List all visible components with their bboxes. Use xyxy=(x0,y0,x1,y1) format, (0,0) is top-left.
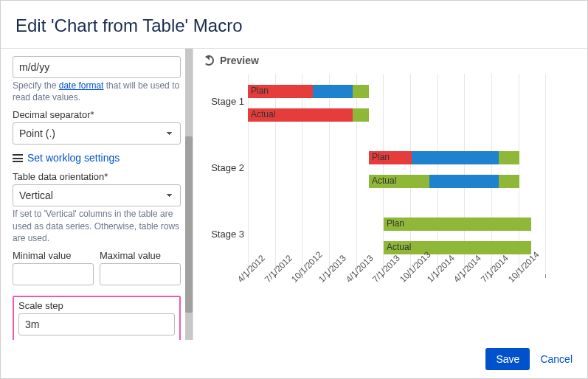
stage-label: Stage 2 xyxy=(204,162,244,173)
settings-panel: Specify the date format that will be use… xyxy=(1,49,193,342)
preview-panel: Preview Stage 1Stage 2Stage 3PlanActualP… xyxy=(193,49,587,342)
gantt-bar: Plan xyxy=(369,151,519,164)
decimal-separator-label: Decimal separator* xyxy=(13,109,181,120)
cancel-button[interactable]: Cancel xyxy=(540,353,573,365)
settings-scrollbar[interactable] xyxy=(185,49,193,342)
date-format-help: Specify the date format that will be use… xyxy=(13,80,181,103)
orientation-help: If set to 'Vertical' columns in the tabl… xyxy=(13,208,181,244)
gantt-segment xyxy=(353,108,369,122)
hamburger-icon xyxy=(13,154,23,162)
save-button[interactable]: Save xyxy=(485,348,530,370)
preview-label: Preview xyxy=(220,55,259,66)
gantt-segment xyxy=(499,151,519,164)
gantt-bar-label: Plan xyxy=(251,86,269,96)
minimal-value-field: Minimal value xyxy=(13,250,94,285)
gantt-bar-label: Actual xyxy=(251,109,275,119)
gantt-segment xyxy=(313,85,353,98)
gantt-bar-label: Plan xyxy=(372,152,390,162)
gantt-bar-label: Plan xyxy=(387,218,404,229)
gantt-segment xyxy=(353,85,369,98)
gantt-bar: Actual xyxy=(369,175,519,188)
orientation-select[interactable]: Vertical xyxy=(13,184,181,206)
dialog-title: Edit 'Chart from Table' Macro xyxy=(15,15,573,36)
orientation-field: Table data orientation* Vertical If set … xyxy=(13,171,181,244)
decimal-separator-select[interactable]: Point (.) xyxy=(13,122,181,145)
date-format-link[interactable]: date format xyxy=(59,80,104,91)
date-format-input[interactable] xyxy=(13,56,181,78)
gantt-bar: Plan xyxy=(384,218,531,231)
orientation-label: Table data orientation* xyxy=(13,171,181,182)
preview-header: Preview xyxy=(204,55,580,66)
set-worklog-settings[interactable]: Set worklog settings xyxy=(13,152,181,164)
scale-step-input[interactable] xyxy=(18,313,175,335)
gantt-segment xyxy=(429,175,499,188)
gantt-bar: Actual xyxy=(248,108,369,122)
maximal-value-label: Maximal value xyxy=(100,250,181,261)
stage-label: Stage 3 xyxy=(204,229,244,240)
gantt-bar: Actual xyxy=(384,241,531,254)
gantt-bar-label: Actual xyxy=(387,242,411,252)
maximal-value-field: Maximal value xyxy=(100,250,181,285)
stage-label: Stage 1 xyxy=(204,96,244,107)
gantt-segment xyxy=(412,151,499,164)
worklog-settings-label: Set worklog settings xyxy=(27,152,120,164)
gantt-chart: Stage 1Stage 2Stage 3PlanActualPlanActua… xyxy=(204,74,580,317)
dialog-footer: Save Cancel xyxy=(1,340,587,378)
scale-step-label: Scale step xyxy=(18,300,175,311)
gantt-segment xyxy=(384,218,531,231)
min-max-row: Minimal value Maximal value xyxy=(13,250,181,291)
dialog-body: Specify the date format that will be use… xyxy=(1,48,587,343)
scale-step-highlight: Scale step xyxy=(13,296,181,342)
dialog-header: Edit 'Chart from Table' Macro xyxy=(1,1,587,48)
gantt-bar-label: Actual xyxy=(372,175,396,186)
gantt-bar: Plan xyxy=(248,85,369,98)
maximal-value-input[interactable] xyxy=(100,263,181,285)
decimal-separator-field: Decimal separator* Point (.) xyxy=(13,109,181,145)
minimal-value-input[interactable] xyxy=(13,263,94,285)
minimal-value-label: Minimal value xyxy=(13,250,94,261)
refresh-icon[interactable] xyxy=(204,55,214,66)
gantt-segment xyxy=(499,175,519,188)
date-format-field: Specify the date format that will be use… xyxy=(13,56,181,103)
